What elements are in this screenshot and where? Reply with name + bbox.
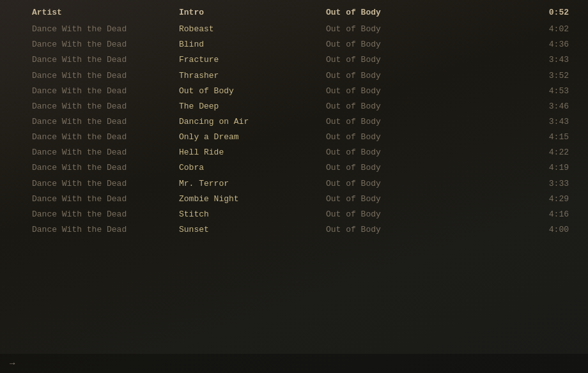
track-title: Only a Dream (179, 131, 326, 144)
track-album: Out of Body (326, 208, 473, 221)
track-duration: 3:46 (473, 100, 575, 113)
table-row[interactable]: Dance With the DeadBlindOut of Body4:36 (0, 37, 588, 52)
track-artist: Dance With the Dead (32, 70, 179, 82)
track-duration: 4:15 (473, 131, 575, 144)
table-row[interactable]: Dance With the DeadStitchOut of Body4:16 (0, 207, 588, 222)
track-artist: Dance With the Dead (32, 100, 179, 113)
header-title: Intro (179, 6, 326, 19)
track-title: Cobra (179, 162, 326, 174)
table-row[interactable]: Dance With the DeadOut of BodyOut of Bod… (0, 84, 588, 99)
track-album: Out of Body (326, 116, 473, 128)
arrow-icon: → (10, 358, 15, 369)
header-duration: 0:52 (473, 6, 575, 19)
track-album: Out of Body (326, 38, 473, 51)
track-duration: 3:43 (473, 54, 575, 66)
track-title: Blind (179, 38, 326, 51)
track-artist: Dance With the Dead (32, 193, 179, 206)
table-row[interactable]: Dance With the DeadSunsetOut of Body4:00 (0, 222, 588, 238)
table-row[interactable]: Dance With the DeadCobraOut of Body4:19 (0, 160, 588, 176)
track-album: Out of Body (326, 85, 473, 98)
track-album: Out of Body (326, 100, 473, 113)
track-duration: 4:53 (473, 85, 575, 98)
track-duration: 3:33 (473, 178, 575, 190)
track-album: Out of Body (326, 131, 473, 144)
track-duration: 3:52 (473, 70, 575, 82)
track-artist: Dance With the Dead (32, 116, 179, 128)
track-duration: 4:16 (473, 208, 575, 221)
track-artist: Dance With the Dead (32, 208, 179, 221)
track-title: Mr. Terror (179, 178, 326, 190)
track-list: Artist Intro Out of Body 0:52 Dance With… (0, 0, 588, 243)
track-artist: Dance With the Dead (32, 178, 179, 190)
table-row[interactable]: Dance With the DeadMr. TerrorOut of Body… (0, 176, 588, 192)
track-album: Out of Body (326, 224, 473, 236)
table-row[interactable]: Dance With the DeadFractureOut of Body3:… (0, 52, 588, 68)
track-duration: 4:19 (473, 162, 575, 174)
track-artist: Dance With the Dead (32, 131, 179, 144)
track-artist: Dance With the Dead (32, 38, 179, 51)
header-album: Out of Body (326, 6, 473, 19)
table-row[interactable]: Dance With the DeadRobeastOut of Body4:0… (0, 22, 588, 37)
track-title: Thrasher (179, 70, 326, 82)
table-row[interactable]: Dance With the DeadZombie NightOut of Bo… (0, 192, 588, 207)
track-artist: Dance With the Dead (32, 54, 179, 66)
track-artist: Dance With the Dead (32, 23, 179, 36)
track-duration: 4:02 (473, 23, 575, 36)
table-row[interactable]: Dance With the DeadOnly a DreamOut of Bo… (0, 130, 588, 145)
track-album: Out of Body (326, 162, 473, 174)
table-row[interactable]: Dance With the DeadThe DeepOut of Body3:… (0, 99, 588, 114)
track-duration: 4:22 (473, 146, 575, 159)
track-artist: Dance With the Dead (32, 85, 179, 98)
track-title: Sunset (179, 224, 326, 236)
track-album: Out of Body (326, 23, 473, 36)
track-album: Out of Body (326, 146, 473, 159)
track-duration: 4:00 (473, 224, 575, 236)
header-artist: Artist (32, 6, 179, 19)
table-row[interactable]: Dance With the DeadHell RideOut of Body4… (0, 145, 588, 160)
track-album: Out of Body (326, 70, 473, 82)
track-title: Stitch (179, 208, 326, 221)
track-title: Dancing on Air (179, 116, 326, 128)
track-title: Fracture (179, 54, 326, 66)
track-duration: 3:43 (473, 116, 575, 128)
track-title: Out of Body (179, 85, 326, 98)
track-title: Robeast (179, 23, 326, 36)
table-row[interactable]: Dance With the DeadDancing on AirOut of … (0, 114, 588, 130)
track-album: Out of Body (326, 54, 473, 66)
track-album: Out of Body (326, 178, 473, 190)
track-list-header: Artist Intro Out of Body 0:52 (0, 5, 588, 22)
track-artist: Dance With the Dead (32, 224, 179, 236)
track-duration: 4:29 (473, 193, 575, 206)
track-artist: Dance With the Dead (32, 146, 179, 159)
track-title: Hell Ride (179, 146, 326, 159)
track-album: Out of Body (326, 193, 473, 206)
table-row[interactable]: Dance With the DeadThrasherOut of Body3:… (0, 68, 588, 84)
track-artist: Dance With the Dead (32, 162, 179, 174)
track-title: The Deep (179, 100, 326, 113)
track-title: Zombie Night (179, 193, 326, 206)
track-duration: 4:36 (473, 38, 575, 51)
bottom-bar: → (0, 354, 588, 373)
